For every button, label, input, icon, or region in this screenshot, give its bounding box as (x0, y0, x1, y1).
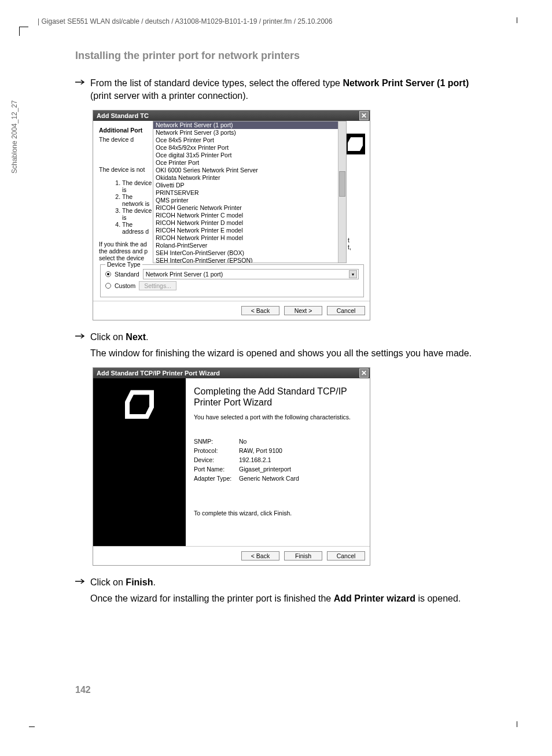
table-row: Port Name:Gigaset_printerport (194, 464, 303, 474)
printer-icon (345, 134, 365, 154)
back-button[interactable]: < Back (241, 306, 279, 315)
finish-button[interactable]: Finish (284, 551, 322, 560)
list-item[interactable]: SEH InterCon-PrintServer (BOX) (153, 249, 346, 257)
crop-mark (19, 27, 28, 36)
page-header-path: | Gigaset SE551 WLAN dsl/cable / deutsch… (38, 17, 332, 25)
instruction-text: Click on Finish. (90, 576, 156, 589)
dialog-titlebar: Add Standard TC ✕ (93, 110, 370, 121)
wizard-subtext: You have selected a port with the follow… (194, 414, 362, 421)
table-row: SNMP:No (194, 437, 303, 446)
template-label: Schablone 2004_12_27 (10, 100, 19, 174)
next-button[interactable]: Next > (284, 306, 322, 315)
group-legend: Device Type (105, 261, 142, 268)
add-port-dialog: Add Standard TC ✕ Additional Port The de… (93, 110, 370, 320)
list-item[interactable]: PRINTSERVER (153, 189, 346, 197)
list-item[interactable]: OKI 6000 Series Network Print Server (153, 167, 346, 174)
device-type-group: Device Type Standard Network Print Serve… (100, 264, 364, 297)
list-item[interactable]: QMS printer (153, 197, 346, 204)
list-item[interactable]: Oce 84x5/92xx Printer Port (153, 144, 346, 152)
device-type-dropdown-list[interactable]: Network Print Server (1 port) Network Pr… (153, 121, 347, 263)
list-item[interactable]: RICOH Network Printer C model (153, 212, 346, 219)
table-row: Adapter Type:Generic Network Card (194, 474, 303, 483)
list-item[interactable]: RICOH Network Printer H model (153, 234, 346, 242)
radio-custom[interactable] (105, 283, 111, 289)
instruction-text: Click on Next. (90, 331, 149, 344)
finish-wizard-dialog: Add Standard TCP/IP Printer Port Wizard … (93, 367, 370, 566)
dialog-titlebar: Add Standard TCP/IP Printer Port Wizard … (93, 368, 370, 378)
finish-note: To complete this wizard, click Finish. (194, 510, 362, 517)
settings-button: Settings... (139, 281, 176, 290)
port-properties-table: SNMP:No Protocol:RAW, Port 9100 Device:1… (194, 437, 303, 483)
section-heading: Installing the printer port for network … (75, 50, 492, 62)
instruction-note: Once the wizard for installing the print… (90, 592, 492, 605)
crop-mark (508, 721, 517, 727)
dialog-title: Add Standard TCP/IP Printer Port Wizard (97, 370, 220, 377)
list-item[interactable]: Olivetti DP (153, 182, 346, 189)
back-button[interactable]: < Back (241, 551, 279, 560)
scrollbar[interactable] (338, 121, 346, 263)
page-number: 142 (75, 685, 91, 695)
radio-standard-label: Standard (115, 271, 139, 278)
chevron-down-icon[interactable]: ▾ (349, 270, 357, 278)
table-row: Protocol:RAW, Port 9100 (194, 446, 303, 455)
list-item[interactable]: Oce Printer Port (153, 159, 346, 167)
radio-standard[interactable] (105, 271, 111, 277)
list-item[interactable]: RICOH Network Printer E model (153, 227, 346, 234)
list-item[interactable]: Network Print Server (3 ports) (153, 129, 346, 137)
close-icon[interactable]: ✕ (359, 368, 369, 378)
list-item[interactable]: SEH InterCon-PrintServer (EPSON) (153, 257, 346, 263)
crop-mark (508, 17, 517, 23)
instruction-text: From the list of standard device types, … (90, 77, 492, 102)
radio-custom-label: Custom (115, 282, 135, 289)
arrow-right-icon (75, 576, 87, 589)
crop-mark (29, 718, 35, 727)
standard-type-select[interactable]: Network Print Server (1 port) ▾ (143, 269, 359, 279)
left-text-fragments: Additional Port The device d The device … (93, 121, 153, 263)
wizard-heading: Completing the Add Standard TCP/IP Print… (194, 386, 362, 408)
list-item[interactable]: Network Print Server (1 port) (153, 121, 346, 129)
list-item[interactable]: Oce digital 31x5 Printer Port (153, 152, 346, 159)
table-row: Device:192.168.2.1 (194, 455, 303, 464)
dialog-title: Add Standard TC (97, 112, 149, 119)
instruction-note: The window for finishing the wizard is o… (90, 347, 492, 360)
list-item[interactable]: Oce 84x5 Printer Port (153, 137, 346, 144)
wizard-side-panel (93, 378, 186, 546)
arrow-right-icon (75, 331, 87, 344)
list-item[interactable]: RICOH Generic Network Printer (153, 204, 346, 212)
list-item[interactable]: Okidata Network Printer (153, 174, 346, 182)
arrow-right-icon (75, 77, 87, 102)
list-item[interactable]: RICOH Network Printer D model (153, 219, 346, 227)
list-item[interactable]: Roland-PrintServer (153, 242, 346, 249)
close-icon[interactable]: ✕ (359, 111, 369, 120)
cancel-button[interactable]: Cancel (327, 551, 365, 560)
printer-icon (125, 390, 154, 419)
cancel-button[interactable]: Cancel (327, 306, 365, 315)
